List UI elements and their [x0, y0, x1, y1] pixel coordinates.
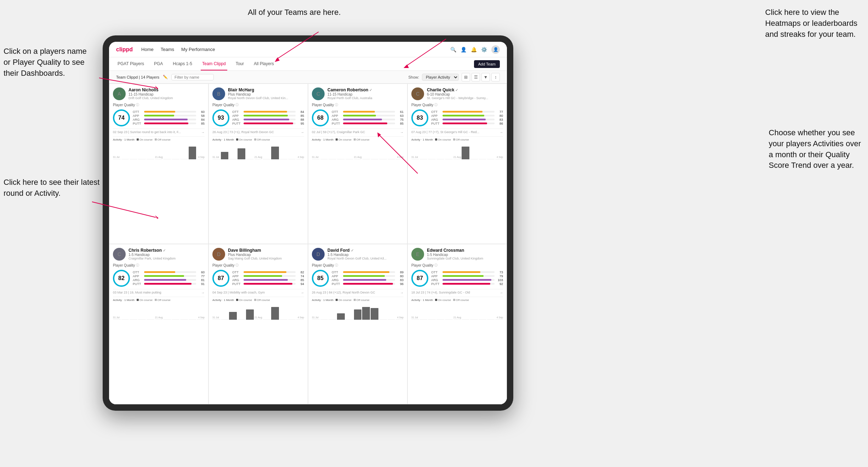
tab-all-players[interactable]: All Players [252, 57, 275, 70]
player-card[interactable]: B Blair McHarg Plus Handicap Royal North… [209, 84, 308, 244]
player-name[interactable]: David Ford ✓ [327, 248, 404, 253]
player-name[interactable]: Aaron Nicholls [129, 87, 205, 92]
quality-info-icon[interactable]: ⓘ [136, 263, 139, 268]
sort-view-button[interactable]: ↕ [491, 73, 500, 81]
player-card[interactable]: E Edward Crossman 1-5 Handicap Sunningda… [407, 244, 507, 404]
add-team-button[interactable]: Add Team [474, 60, 500, 68]
player-name[interactable]: Chris Robertson ✓ [129, 248, 205, 253]
player-name[interactable]: Cameron Robertson ✓ [327, 87, 404, 92]
last-round[interactable]: 18 Jul 23 | 74 (+4), Sunningdale GC - Ol… [411, 289, 503, 295]
quality-section[interactable]: 93 OTT 84 APP 85 ARG 88 PUTT [212, 109, 304, 126]
player-name[interactable]: Edward Crossman [427, 248, 503, 253]
chart-bar [147, 319, 154, 320]
quality-section[interactable]: 87 OTT 82 APP 74 ARG 85 PUTT [212, 270, 304, 287]
stat-row: OTT 82 [232, 270, 304, 274]
player-club: St. George's Hill GC - Weybridge - Surre… [427, 96, 503, 101]
tab-team-clippd[interactable]: Team Clippd [201, 57, 227, 70]
stat-value: 85 [297, 114, 304, 118]
edit-icon[interactable]: ✏️ [163, 75, 168, 79]
chart-bar [163, 159, 171, 159]
tab-tour[interactable]: Tour [234, 57, 245, 70]
quality-circle[interactable]: 68 [312, 109, 329, 126]
bell-icon[interactable]: 🔔 [471, 47, 477, 52]
stat-bar-container [442, 123, 495, 124]
player-handicap: 1-5 Handicap [327, 253, 404, 257]
on-course-dot [236, 299, 238, 301]
quality-section[interactable]: 83 OTT 77 APP 80 ARG 83 PUTT [411, 109, 503, 126]
tab-pga[interactable]: PGA [153, 57, 164, 70]
player-info: Aaron Nicholls 11-15 Handicap Drift Golf… [129, 87, 205, 101]
quality-section[interactable]: 74 OTT 60 APP 58 ARG 84 PUTT [113, 109, 205, 126]
player-card[interactable]: C Cameron Robertson ✓ 11-15 Handicap Roy… [308, 84, 407, 244]
quality-section[interactable]: 82 OTT 60 APP 77 ARG 81 PUTT [113, 270, 205, 287]
chart-bar [189, 147, 196, 159]
quality-circle[interactable]: 83 [411, 109, 428, 126]
chart-bar [479, 159, 486, 159]
quality-section[interactable]: 68 OTT 61 APP 63 ARG 75 PUTT [312, 109, 404, 126]
chart-bar [453, 319, 461, 320]
filter-input[interactable] [171, 74, 214, 80]
show-select[interactable]: Player Activity [422, 74, 459, 81]
quality-info-icon[interactable]: ⓘ [335, 103, 338, 107]
last-round[interactable]: 03 Mar 23 | 19, Must make putting → [113, 289, 205, 295]
player-card[interactable]: D David Ford ✓ 1-5 Handicap Royal North … [308, 244, 407, 404]
activity-legend: On course Off course [435, 298, 469, 302]
person-icon[interactable]: 👤 [461, 47, 467, 52]
grid-view-button[interactable]: ⊞ [462, 73, 470, 81]
quality-circle[interactable]: 87 [212, 270, 229, 287]
quality-circle[interactable]: 82 [113, 270, 130, 287]
activity-legend: On course Off course [435, 138, 469, 141]
chart-bar [280, 159, 287, 159]
player-card[interactable]: C Charlie Quick ✓ 6-10 Handicap St. Geor… [407, 84, 507, 244]
last-round[interactable]: 04 Sep 23 | Mobility with coach, Gym → [212, 289, 304, 295]
quality-info-icon[interactable]: ⓘ [235, 103, 239, 107]
stat-bar [144, 111, 175, 113]
avatar-icon[interactable]: 👤 [491, 45, 500, 54]
quality-info-icon[interactable]: ⓘ [434, 103, 438, 107]
quality-info-icon[interactable]: ⓘ [335, 263, 338, 268]
last-round[interactable]: 07 Aug 23 | 77 (+7), St George's Hill GC… [411, 129, 503, 134]
tab-hcaps[interactable]: Hcaps 1-5 [171, 57, 194, 70]
nav-teams[interactable]: Teams [161, 47, 174, 52]
quality-circle[interactable]: 93 [212, 109, 229, 126]
quality-section[interactable]: 87 OTT 73 APP 79 ARG 103 PUTT [411, 270, 503, 287]
last-round[interactable]: 26 Aug 23 | 84 (+12), Royal North Devon … [312, 289, 404, 295]
nav-my-performance[interactable]: My Performance [181, 47, 215, 52]
player-card[interactable]: D Dave Billingham Plus Handicap Sag Main… [209, 244, 308, 404]
quality-circle[interactable]: 74 [113, 109, 130, 126]
stat-bar-container [442, 119, 495, 120]
stat-row: ARG 84 [133, 118, 205, 121]
last-round[interactable]: 26 Aug 23 | 73 (+1), Royal North Devon G… [212, 129, 304, 134]
chart-bar [329, 159, 336, 159]
legend-off-course: Off course [155, 138, 171, 141]
list-view-button[interactable]: ☰ [472, 73, 480, 81]
chart-bar [288, 159, 296, 159]
last-round-text: 26 Aug 23 | 84 (+12), Royal North Devon … [312, 291, 400, 294]
stat-value: 74 [297, 274, 304, 278]
chart-bar [312, 319, 320, 320]
activity-legend: On course Off course [137, 138, 171, 141]
settings-icon[interactable]: ⚙️ [481, 47, 487, 52]
quality-circle[interactable]: 85 [312, 270, 329, 287]
quality-section[interactable]: 85 OTT 89 APP 80 ARG 83 PUTT [312, 270, 404, 287]
quality-info-icon[interactable]: ⓘ [235, 263, 239, 268]
team-label: Team Clippd | 14 Players [116, 75, 159, 79]
player-card[interactable]: C Chris Robertson ✓ 1-5 Handicap Craigmi… [109, 244, 209, 404]
player-name[interactable]: Blair McHarg [228, 87, 304, 92]
player-name[interactable]: Dave Billingham [228, 248, 304, 253]
player-name[interactable]: Charlie Quick ✓ [427, 87, 503, 92]
stat-bar [144, 271, 175, 273]
chart-bar [379, 159, 387, 159]
nav-home[interactable]: Home [141, 47, 154, 52]
last-round[interactable]: 02 Sep 23 | Sunrise round to get back in… [113, 129, 205, 134]
player-card[interactable]: A Aaron Nicholls 11-15 Handicap Drift Go… [109, 84, 209, 244]
chart-bar [396, 159, 404, 159]
quality-circle[interactable]: 87 [411, 270, 428, 287]
last-round[interactable]: 02 Jul | 59 (+17), Craigmillar Park GC → [312, 129, 404, 134]
tab-pgat-players[interactable]: PGAT Players [116, 57, 145, 70]
quality-info-icon[interactable]: ⓘ [434, 263, 438, 268]
filter-view-button[interactable]: ▼ [481, 73, 490, 81]
search-icon[interactable]: 🔍 [450, 47, 456, 52]
quality-info-icon[interactable]: ⓘ [136, 103, 139, 107]
brand-logo[interactable]: clippd [116, 46, 133, 53]
